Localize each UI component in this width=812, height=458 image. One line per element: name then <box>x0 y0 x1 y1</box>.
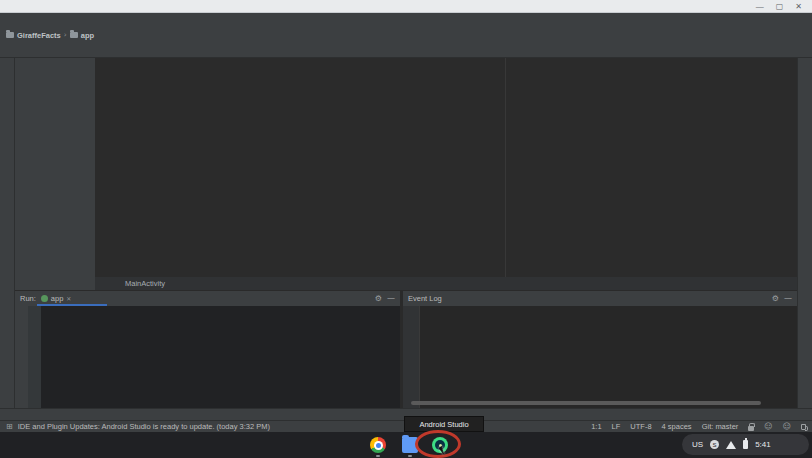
chrome-running-indicator <box>376 455 380 457</box>
battery-icon <box>743 440 748 449</box>
wifi-icon <box>726 441 736 449</box>
run-console[interactable] <box>41 306 400 409</box>
memory-indicator-icon[interactable] <box>801 424 806 430</box>
run-tab-label: app <box>51 294 64 303</box>
keyboard-layout: US <box>692 440 703 449</box>
chrome-icon[interactable] <box>370 437 386 453</box>
annotation-red-circle <box>415 430 461 458</box>
left-tool-strip <box>0 58 15 408</box>
window-titlebar: — ▢ ✕ <box>0 0 812 13</box>
close-tab-icon[interactable]: ✕ <box>66 296 71 302</box>
highlighting-level-icon[interactable]: ☺ <box>764 423 772 431</box>
git-branch[interactable]: Git: master <box>702 422 739 431</box>
project-tree <box>15 58 95 290</box>
event-log-body <box>403 306 797 409</box>
readonly-lock-icon[interactable] <box>748 426 754 431</box>
status-message[interactable]: IDE and Plugin Updates: Android Studio i… <box>18 422 270 431</box>
breadcrumb-class[interactable]: MainActivity <box>125 279 165 288</box>
run-panel: Run: app ✕ ⚙ — <box>15 290 400 408</box>
right-tool-strip <box>797 58 812 408</box>
run-panel-header: Run: app ✕ ⚙ — <box>15 291 400 306</box>
event-log-panel: Event Log ⚙ — <box>403 290 797 408</box>
editor-tabs <box>95 43 812 57</box>
horizontal-scrollbar[interactable] <box>411 401 761 405</box>
event-log-toolbar <box>403 306 420 409</box>
indent-setting[interactable]: 4 spaces <box>662 422 692 431</box>
files-running-indicator <box>408 455 412 457</box>
run-panel-title: Run: <box>20 294 36 303</box>
android-icon <box>41 295 48 302</box>
module-folder-icon <box>70 32 78 38</box>
hide-panel-icon[interactable]: — <box>387 295 395 303</box>
close-button[interactable]: ✕ <box>795 2 802 11</box>
event-log-gear-icon[interactable]: ⚙ <box>772 295 779 303</box>
event-log-hide-icon[interactable]: — <box>784 295 792 303</box>
code-editor[interactable] <box>95 58 797 277</box>
caret-position[interactable]: 1:1 <box>591 422 601 431</box>
right-margin-line <box>505 58 506 277</box>
event-log-title: Event Log <box>408 294 442 303</box>
menu-bar <box>0 13 812 27</box>
clock: 5:41 <box>755 440 771 449</box>
editor-breadcrumb[interactable]: MainActivity <box>95 277 797 290</box>
minimize-button[interactable]: — <box>756 2 764 11</box>
chromeos-shelf: US S 5:41 <box>0 432 812 458</box>
tabs-row <box>0 43 812 58</box>
notification-badge: S <box>710 440 719 449</box>
restore-button[interactable]: ▢ <box>776 2 784 11</box>
tool-window-switcher-icon[interactable]: ⊞ <box>6 423 13 431</box>
inspection-profile-icon[interactable]: ☺ <box>783 423 791 431</box>
line-separator[interactable]: LF <box>612 422 621 431</box>
event-log-entries <box>420 306 797 409</box>
main-toolbar: GiraffeFacts › app <box>0 27 812 43</box>
run-settings-gear-icon[interactable]: ⚙ <box>375 295 382 303</box>
chevron-right-icon: › <box>64 31 67 39</box>
run-tab-app[interactable]: app ✕ <box>41 294 72 303</box>
breadcrumb: GiraffeFacts › app <box>6 31 94 40</box>
file-encoding[interactable]: UTF-8 <box>630 422 651 431</box>
breadcrumb-module[interactable]: app <box>81 31 94 40</box>
android-studio-window: — ▢ ✕ GiraffeFacts › app MainActivity Ru… <box>0 0 812 458</box>
project-panel-header <box>0 43 95 57</box>
breadcrumb-project[interactable]: GiraffeFacts <box>17 31 61 40</box>
run-panel-body <box>15 306 400 409</box>
run-toolbar-secondary <box>28 306 41 409</box>
project-folder-icon <box>6 32 14 38</box>
run-toolbar-primary <box>15 306 28 409</box>
event-log-header: Event Log ⚙ — <box>403 291 797 306</box>
system-tray[interactable]: US S 5:41 <box>682 434 809 455</box>
